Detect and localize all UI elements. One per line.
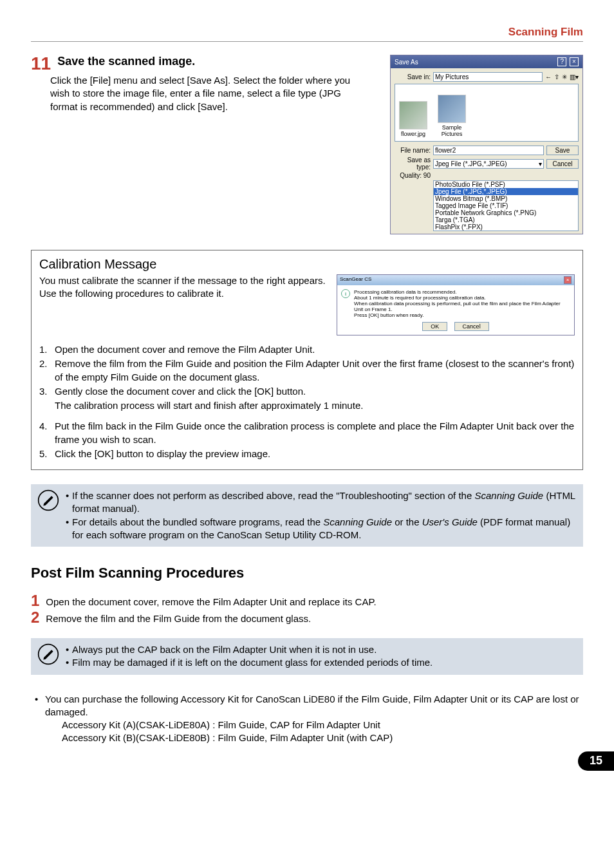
savein-combo[interactable]: My Pictures: [433, 72, 543, 82]
post-step-1: Open the document cover, remove the Film…: [46, 593, 376, 607]
accessory-kit-b: Accessory Kit (B)(CSAK-LiDE80B) : Film G…: [62, 731, 583, 744]
calib-step: Open the document cover and remove the F…: [39, 343, 575, 356]
calib-step: Remove the film from the Film Guide and …: [39, 357, 575, 384]
header-divider: [31, 41, 583, 42]
type-option[interactable]: PhotoStudio File (*.PSF): [434, 181, 578, 188]
calib-step: Gently close the document cover and clic…: [39, 385, 575, 398]
step-11-body: Click the [File] menu and select [Save A…: [50, 74, 359, 113]
save-as-dialog: Save As ? × Save in: My Pictures ← ⇧ ✳ ▥…: [390, 55, 583, 234]
filename-field[interactable]: [433, 146, 544, 155]
file-thumb[interactable]: Sample Pictures: [438, 95, 466, 137]
post-step-2: Remove the film and the Film Guide from …: [46, 610, 311, 624]
scangear-message: Processing calibration data is recommend…: [354, 289, 570, 318]
file-thumb[interactable]: flower.jpg: [399, 101, 427, 137]
calibration-title: Calibration Message: [39, 257, 575, 272]
savetype-label: Save as type:: [395, 156, 431, 171]
pencil-note-icon: [37, 489, 59, 511]
calib-step: Click the [OK] button to display the pre…: [39, 448, 575, 460]
type-option[interactable]: Targa (*.TGA): [434, 216, 578, 223]
type-option[interactable]: FlashPix (*.FPX): [434, 223, 578, 231]
info-icon: i: [341, 289, 350, 298]
step-11-title: Save the scanned image.: [57, 55, 195, 68]
calibration-steps-cont: Put the film back in the Film Guide once…: [39, 420, 575, 460]
file-list-area[interactable]: flower.jpg Sample Pictures: [395, 84, 579, 142]
calib-step: Put the film back in the Film Guide once…: [39, 420, 575, 446]
type-option[interactable]: Portable Network Graphics (*.PNG): [434, 209, 578, 216]
newfolder-icon[interactable]: ✳: [562, 73, 567, 80]
dialog-titlebar: Save As ? ×: [391, 55, 582, 68]
scangear-dialog: ScanGear CS × i Processing calibration d…: [337, 274, 575, 335]
back-icon[interactable]: ←: [545, 73, 552, 80]
dialog-window-buttons: ? ×: [556, 57, 579, 66]
filename-label: File name:: [395, 147, 431, 154]
savetype-combo[interactable]: Jpeg File (*.JPG,*.JPEG)▾: [433, 159, 544, 169]
accessory-note: •You can purchase the following Accessor…: [31, 693, 583, 719]
note-bullet: •If the scanner does not perform as desc…: [66, 489, 577, 516]
page-number-badge: 15: [578, 751, 614, 771]
step-11-section: 11 Save the scanned image. Click the [Fi…: [31, 55, 583, 234]
close-icon[interactable]: ×: [570, 57, 579, 66]
close-icon[interactable]: ×: [564, 276, 572, 284]
calibration-steps: Open the document cover and remove the F…: [39, 343, 575, 398]
savein-label: Save in:: [395, 73, 431, 80]
type-option[interactable]: Tagged Image File (*.TIF): [434, 202, 578, 209]
cancel-button[interactable]: Cancel: [546, 159, 579, 169]
thumbnail-image: [399, 101, 427, 129]
page-number: 15: [578, 751, 614, 771]
post-step-1-num: 1: [31, 593, 39, 609]
calib-step-sub: The calibration process will start and f…: [55, 399, 575, 412]
accessory-kit-a: Accessory Kit (A)(CSAK-LiDE80A) : Film G…: [62, 719, 583, 731]
dialog-title-text: Save As: [395, 59, 418, 66]
help-icon[interactable]: ?: [557, 57, 566, 66]
scangear-title: ScanGear CS: [340, 276, 371, 284]
calibration-intro: You must calibrate the scanner if the me…: [39, 274, 330, 301]
up-icon[interactable]: ⇧: [554, 73, 559, 80]
thumb-label: flower.jpg: [399, 131, 427, 137]
ok-button[interactable]: OK: [422, 322, 447, 331]
note-bullet: •For details about the bundled software …: [66, 516, 577, 542]
page-header: Scanning Film: [31, 26, 583, 39]
note-bullet: •Always put the CAP back on the Film Ada…: [66, 643, 433, 656]
quality-label: Quality: 90: [395, 172, 431, 179]
note-box-1: •If the scanner does not perform as desc…: [31, 484, 583, 547]
thumb-label: Sample Pictures: [438, 124, 466, 137]
save-button[interactable]: Save: [546, 146, 579, 155]
post-title: Post Film Scanning Procedures: [31, 565, 583, 581]
type-option[interactable]: Windows Bitmap (*.BMP): [434, 195, 578, 202]
step-11-number: 11: [31, 55, 51, 73]
savetype-dropdown-list[interactable]: PhotoStudio File (*.PSF) Jpeg File (*.JP…: [433, 180, 579, 231]
calibration-box: Calibration Message You must calibrate t…: [31, 250, 583, 470]
type-option[interactable]: Jpeg File (*.JPG,*.JPEG): [434, 188, 578, 195]
note-box-2: •Always put the CAP back on the Film Ada…: [31, 638, 583, 675]
viewmenu-icon[interactable]: ▥▾: [570, 73, 579, 80]
pencil-note-icon: [37, 643, 59, 665]
thumbnail-image: [438, 95, 466, 123]
cancel-button[interactable]: Cancel: [454, 322, 489, 331]
post-step-2-num: 2: [31, 610, 39, 625]
note-bullet: •Film may be damaged if it is left on th…: [66, 656, 433, 669]
